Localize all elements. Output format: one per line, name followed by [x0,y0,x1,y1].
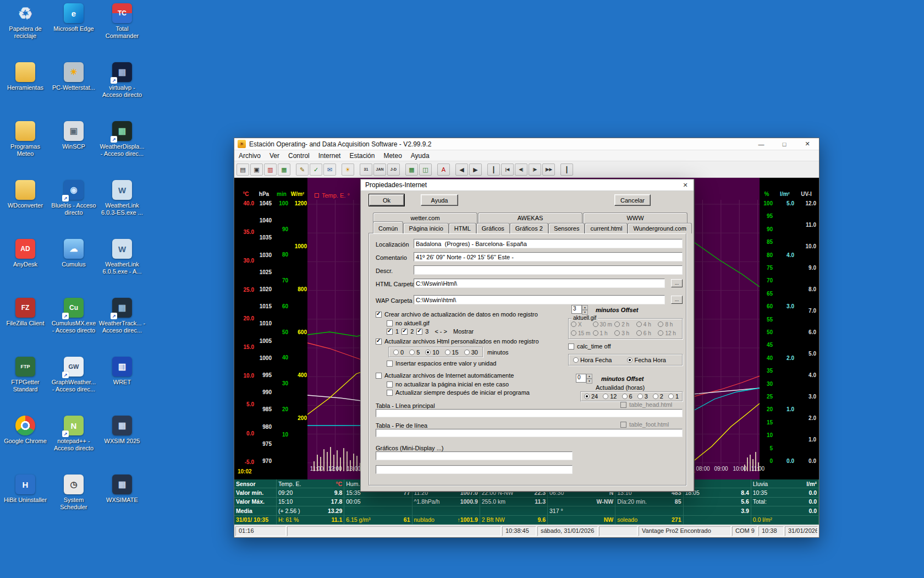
calendar-day-button[interactable]: 31 [360,163,372,176]
tab-p-gina-inicio[interactable]: Página inicio [403,223,448,233]
aktuell-option-3-h[interactable]: 3 h [614,330,636,336]
localizacion-input[interactable] [414,239,683,248]
desktop-icon-wxsimate[interactable]: ▦WXSIMATE [98,475,146,533]
edit-graph-button[interactable]: ✎ [296,163,309,176]
desktop-icon-wdconverter[interactable]: WDconverter [2,180,49,239]
data-table-button[interactable]: ▦ [405,163,418,176]
radio-icon[interactable] [393,350,399,355]
step-forward-button[interactable]: |▶ [529,163,541,176]
actualidad-option-2[interactable]: 2 [653,393,663,400]
formato-option-fecha-hora[interactable]: Fecha Hora [627,357,666,363]
radio-icon[interactable] [425,350,431,355]
dialog-titlebar[interactable]: Propiedades-Internet ✕ [361,179,694,191]
radio-icon[interactable] [653,394,658,399]
desktop-icon-microsoft-edge[interactable]: eMicrosoft Edge [50,3,97,62]
no-pagina-inicial-checkbox[interactable] [387,381,393,388]
radio-icon[interactable] [584,394,590,399]
radio-icon[interactable] [636,321,642,327]
mostrar-1-checkbox[interactable] [387,329,393,335]
radio-icon[interactable] [571,321,576,327]
radio-icon[interactable] [658,321,663,327]
actualizar-siempre-checkbox[interactable] [387,390,393,396]
desktop-icon-cumulus[interactable]: ☁Cumulus [50,239,97,298]
calendar-range-button[interactable]: J-D [387,163,400,176]
crear-archivo-checkbox[interactable] [376,312,382,318]
radio-icon[interactable] [571,330,576,336]
tabla-pie-input[interactable] [376,429,683,437]
minutos-option-30[interactable]: 30 [464,349,478,356]
desktop-icon-weathertrack[interactable]: ▦↗WeatherTrack... - Acceso direc... [98,298,146,357]
table-head-checkbox[interactable] [620,402,626,408]
go-last-button[interactable]: |▶▶ [542,163,555,176]
wap-carpeta-input[interactable] [414,295,665,304]
end-marker-button[interactable]: ┃ [560,163,573,176]
tab-com-n[interactable]: Común [373,221,403,233]
step-back-button[interactable]: ◀| [515,163,527,176]
tab-html[interactable]: HTML [449,223,476,233]
data-grid-button[interactable]: ◫ [419,163,432,176]
graficos-input-2[interactable] [376,465,573,474]
tab-wunderground-com[interactable]: Wunderground.com [628,223,691,233]
scroll-left-button[interactable]: ◀ [455,163,468,176]
desktop-icon-wret[interactable]: ▥WRET [98,357,146,416]
radio-icon[interactable] [603,394,608,399]
desktop-icon-weatherdisplay[interactable]: ▦↗WeatherDispla... - Acceso direc... [98,121,146,180]
desktop-icon-weatherlink-603[interactable]: WWeatherLink 6.0.3-ES.exe ... [98,180,146,239]
desktop-icon-virtualvp[interactable]: ▦↗virtualvp - Acceso directo [98,62,146,121]
minutos-option-10[interactable]: 10 [425,349,439,356]
desktop-icon-google-chrome[interactable]: Google Chrome [2,416,49,475]
font-button[interactable]: A [437,163,450,176]
desktop-icon-hibit-uninstaller[interactable]: HHiBit Uninstaller [2,475,49,533]
scroll-right-button[interactable]: ▶ [469,163,482,176]
desktop-icon-herramientas[interactable]: Herramientas [2,62,49,121]
actualidad-option-12[interactable]: 12 [603,393,617,400]
desktop-icon-graphweather[interactable]: GW↗GraphWeather... - Acceso direc... [50,357,97,416]
desktop-icon-winscp[interactable]: ▣WinSCP [50,121,97,180]
aktuell-option-1-h[interactable]: 1 h [593,330,615,336]
html-carpeta-browse-button[interactable]: ... [671,279,683,287]
radio-icon[interactable] [658,330,663,336]
desktop-icon-cumulusmx[interactable]: Cu↗CumulusMX.exe - Acceso directo [50,298,97,357]
window-titlebar[interactable]: ☀ Estación Operating- and Data Acquisiti… [234,138,819,150]
go-first-button[interactable]: |◀ [501,163,514,176]
tabla-principal-input[interactable] [376,409,683,417]
radio-icon[interactable] [593,321,598,327]
aktuell-option-2-h[interactable]: 2 h [614,321,636,328]
comentario-input[interactable] [414,252,683,261]
aktuell-option-4-h[interactable]: 4 h [636,321,658,328]
mostrar-2-checkbox[interactable] [402,329,408,335]
desktop-icon-notepad-plus-plus[interactable]: N↗notepad++ - Acceso directo [50,416,97,475]
desktop-icon-anydesk[interactable]: ADAnyDesk [2,239,49,298]
radio-icon[interactable] [573,357,579,363]
graficos-input-1[interactable] [376,451,573,460]
tab-sensores[interactable]: Sensores [548,223,585,233]
radio-icon[interactable] [593,330,598,336]
actualizar-html-checkbox[interactable] [376,339,382,345]
mostrar-3-checkbox[interactable] [416,329,422,335]
calendar-month-button[interactable]: JAN [373,163,386,176]
desktop-icon-programas-meteo[interactable]: Programas Meteo [2,121,49,180]
maximize-button[interactable]: □ [773,138,796,150]
offset1-spinner[interactable]: 3 ▲▼ [571,305,588,314]
tab-www[interactable]: WWW [583,212,688,223]
mail-button[interactable]: ✉ [323,163,336,176]
radio-icon[interactable] [637,394,643,399]
menu-item-archivo[interactable]: Archivo [234,152,265,160]
desktop-icon-filezilla[interactable]: FZFileZilla Client [2,298,49,357]
radio-icon[interactable] [614,321,620,327]
offset2-spinner[interactable]: 0 ▲▼ [576,374,592,383]
radio-icon[interactable] [409,350,415,355]
actualidad-option-24[interactable]: 24 [584,393,598,400]
calc-time-checkbox[interactable] [568,343,574,350]
no-aktuell-checkbox[interactable] [387,320,393,326]
day-night-button[interactable]: ☀ [342,163,354,176]
html-carpeta-input[interactable] [414,279,665,288]
radio-icon[interactable] [627,357,632,363]
aktuell-option-6-h[interactable]: 6 h [636,330,658,336]
tab-gr-ficos[interactable]: Gráficos [476,223,510,233]
descr-input[interactable] [414,265,683,275]
radio-icon[interactable] [636,330,642,336]
actualidad-option-6[interactable]: 6 [622,393,632,400]
offset1-value[interactable]: 3 [571,305,582,314]
desktop-icon-pc-wetterstation[interactable]: ☀PC-Wetterstat... [50,62,97,121]
